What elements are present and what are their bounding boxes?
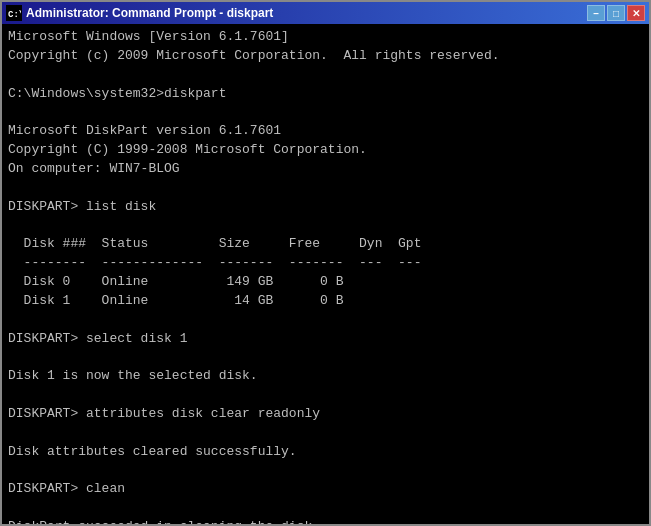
console-output[interactable]: Microsoft Windows [Version 6.1.7601]Copy…: [2, 24, 649, 524]
console-line: DISKPART> list disk: [8, 198, 643, 217]
console-line: [8, 216, 643, 235]
console-line: [8, 179, 643, 198]
console-line: Microsoft DiskPart version 6.1.7601: [8, 122, 643, 141]
console-line: Microsoft Windows [Version 6.1.7601]: [8, 28, 643, 47]
console-line: Copyright (c) 2009 Microsoft Corporation…: [8, 47, 643, 66]
svg-text:C:\: C:\: [8, 10, 21, 20]
console-line: Disk 1 Online 14 GB 0 B: [8, 292, 643, 311]
console-line: C:\Windows\system32>diskpart: [8, 85, 643, 104]
console-line: DiskPart succeeded in cleaning the disk.: [8, 518, 643, 524]
console-line: [8, 66, 643, 85]
console-line: [8, 499, 643, 518]
title-bar-left: C:\ Administrator: Command Prompt - disk…: [6, 5, 273, 21]
title-bar: C:\ Administrator: Command Prompt - disk…: [2, 2, 649, 24]
console-line: Disk 1 is now the selected disk.: [8, 367, 643, 386]
console-line: On computer: WIN7-BLOG: [8, 160, 643, 179]
console-line: Disk 0 Online 149 GB 0 B: [8, 273, 643, 292]
console-line: DISKPART> clean: [8, 480, 643, 499]
console-line: Disk ### Status Size Free Dyn Gpt: [8, 235, 643, 254]
console-line: -------- ------------- ------- ------- -…: [8, 254, 643, 273]
close-button[interactable]: ✕: [627, 5, 645, 21]
console-line: [8, 386, 643, 405]
console-line: [8, 311, 643, 330]
console-line: [8, 424, 643, 443]
console-line: DISKPART> select disk 1: [8, 330, 643, 349]
console-line: Disk attributes cleared successfully.: [8, 443, 643, 462]
console-line: [8, 103, 643, 122]
console-line: DISKPART> attributes disk clear readonly: [8, 405, 643, 424]
command-prompt-window: C:\ Administrator: Command Prompt - disk…: [0, 0, 651, 526]
maximize-button[interactable]: □: [607, 5, 625, 21]
console-line: [8, 461, 643, 480]
window-title: Administrator: Command Prompt - diskpart: [26, 6, 273, 20]
console-line: [8, 348, 643, 367]
cmd-icon: C:\: [6, 5, 22, 21]
minimize-button[interactable]: –: [587, 5, 605, 21]
console-line: Copyright (C) 1999-2008 Microsoft Corpor…: [8, 141, 643, 160]
window-controls: – □ ✕: [587, 5, 645, 21]
